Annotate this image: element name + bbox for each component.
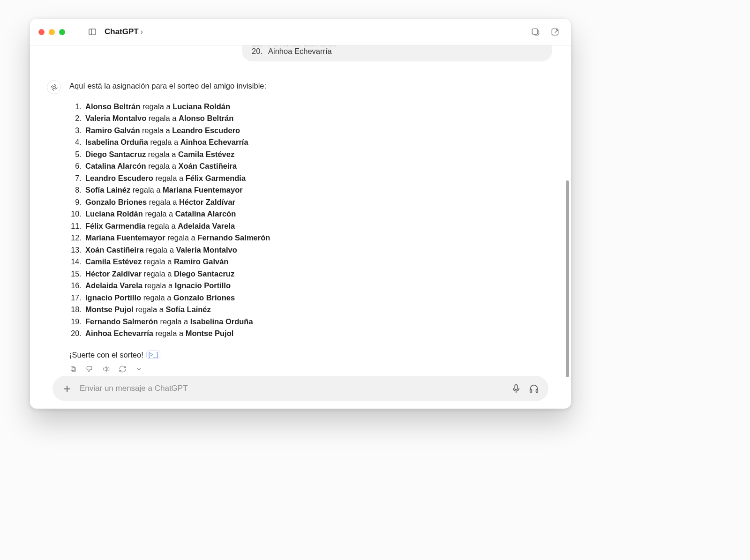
assignment-item: Sofía Lainéz regala a Mariana Fuentemayo… bbox=[83, 184, 552, 196]
capture-icon bbox=[531, 27, 540, 37]
svg-rect-2 bbox=[532, 29, 538, 34]
assistant-intro: Aquí está la asignación para el sorteo d… bbox=[69, 80, 552, 92]
svg-rect-0 bbox=[89, 29, 96, 35]
voice-input-button[interactable] bbox=[510, 382, 522, 395]
user-list-item: 19.Fernando Salmerón bbox=[251, 45, 543, 46]
composer: + bbox=[52, 376, 548, 401]
assignment-item: Félix Garmendia regala a Adelaida Varela bbox=[83, 220, 552, 232]
user-message: 19.Fernando Salmerón20.Ainhoa Echevarría bbox=[242, 45, 552, 61]
assignment-item: Luciana Roldán regala a Catalina Alarcón bbox=[83, 208, 552, 220]
user-list-item: 20.Ainhoa Echevarría bbox=[251, 46, 543, 56]
assignment-item: Fernando Salmerón regala a Isabelina Ord… bbox=[83, 316, 552, 328]
assignment-item: Diego Santacruz regala a Camila Estévez bbox=[83, 149, 552, 161]
assignment-item: Isabelina Orduña regala a Ainhoa Echevar… bbox=[83, 136, 552, 149]
svg-rect-5 bbox=[72, 368, 76, 372]
headphones-icon bbox=[529, 383, 539, 394]
chevron-right-icon: › bbox=[141, 28, 143, 36]
assistant-avatar bbox=[47, 80, 61, 94]
assignment-item: Ramiro Galván regala a Leandro Escudero bbox=[83, 125, 552, 137]
assignment-item: Adelaida Varela regala a Ignacio Portill… bbox=[83, 280, 552, 292]
svg-rect-10 bbox=[536, 389, 538, 392]
chat-content: 19.Fernando Salmerón20.Ainhoa Echevarría… bbox=[30, 45, 571, 409]
sources-badge[interactable]: [>_] bbox=[146, 351, 160, 359]
assistant-message: Aquí está la asignación para el sorteo d… bbox=[47, 80, 552, 373]
assistant-outro: ¡Suerte con el sorteo! bbox=[69, 349, 143, 361]
assignment-item: Montse Pujol regala a Sofía Lainéz bbox=[83, 304, 552, 316]
voice-mode-button[interactable] bbox=[528, 382, 540, 395]
more-models-button[interactable] bbox=[135, 365, 143, 373]
svg-rect-9 bbox=[530, 389, 532, 392]
zoom-window-button[interactable] bbox=[59, 29, 65, 35]
assignment-item: Gonzalo Briones regala a Héctor Zaldívar bbox=[83, 196, 552, 209]
minimize-window-button[interactable] bbox=[49, 29, 55, 35]
app-window: ChatGPT › 19.Fernando Salmerón20.Ainhoa … bbox=[30, 19, 571, 409]
new-chat-button[interactable] bbox=[548, 24, 562, 39]
read-aloud-button[interactable] bbox=[102, 365, 110, 373]
window-controls bbox=[38, 29, 65, 35]
message-actions bbox=[69, 365, 552, 373]
window-title[interactable]: ChatGPT › bbox=[105, 27, 143, 37]
svg-rect-7 bbox=[515, 385, 518, 390]
copy-icon bbox=[69, 365, 77, 373]
assignment-item: Héctor Zaldívar regala a Diego Santacruz bbox=[83, 268, 552, 280]
assignment-item: Camila Estévez regala a Ramiro Galván bbox=[83, 256, 552, 268]
toggle-sidebar-button[interactable] bbox=[85, 24, 100, 39]
close-window-button[interactable] bbox=[38, 29, 45, 35]
assignment-item: Leandro Escudero regala a Félix Garmendi… bbox=[83, 172, 552, 185]
assignment-item: Ignacio Portillo regala a Gonzalo Brione… bbox=[83, 292, 552, 304]
assignment-item: Mariana Fuentemayor regala a Fernando Sa… bbox=[83, 232, 552, 244]
assignment-item: Catalina Alarcón regala a Xoán Castiñeir… bbox=[83, 160, 552, 172]
attach-button[interactable]: + bbox=[61, 382, 73, 395]
copy-button[interactable] bbox=[69, 365, 77, 373]
thumbs-down-button[interactable] bbox=[86, 365, 94, 373]
titlebar: ChatGPT › bbox=[30, 19, 571, 45]
chevron-down-icon bbox=[135, 365, 143, 373]
assignment-item: Valeria Montalvo regala a Alonso Beltrán bbox=[83, 112, 552, 125]
message-input[interactable] bbox=[79, 383, 504, 394]
assignment-item: Ainhoa Echevarría regala a Montse Pujol bbox=[83, 328, 552, 340]
compose-icon bbox=[550, 27, 560, 37]
sidebar-icon bbox=[88, 27, 97, 37]
svg-point-4 bbox=[52, 86, 55, 89]
thumbs-down-icon bbox=[86, 365, 94, 373]
assignment-item: Alonso Beltrán regala a Luciana Roldán bbox=[83, 101, 552, 113]
speaker-icon bbox=[102, 365, 110, 373]
screenshot-button[interactable] bbox=[528, 24, 543, 39]
microphone-icon bbox=[511, 383, 521, 394]
refresh-icon bbox=[119, 365, 127, 373]
svg-rect-6 bbox=[71, 367, 75, 371]
window-title-text: ChatGPT bbox=[105, 27, 139, 37]
assignment-item: Xoán Castiñeira regala a Valeria Montalv… bbox=[83, 244, 552, 256]
assignment-list: Alonso Beltrán regala a Luciana RoldánVa… bbox=[69, 101, 552, 340]
openai-icon bbox=[50, 83, 58, 91]
regenerate-button[interactable] bbox=[119, 365, 127, 373]
